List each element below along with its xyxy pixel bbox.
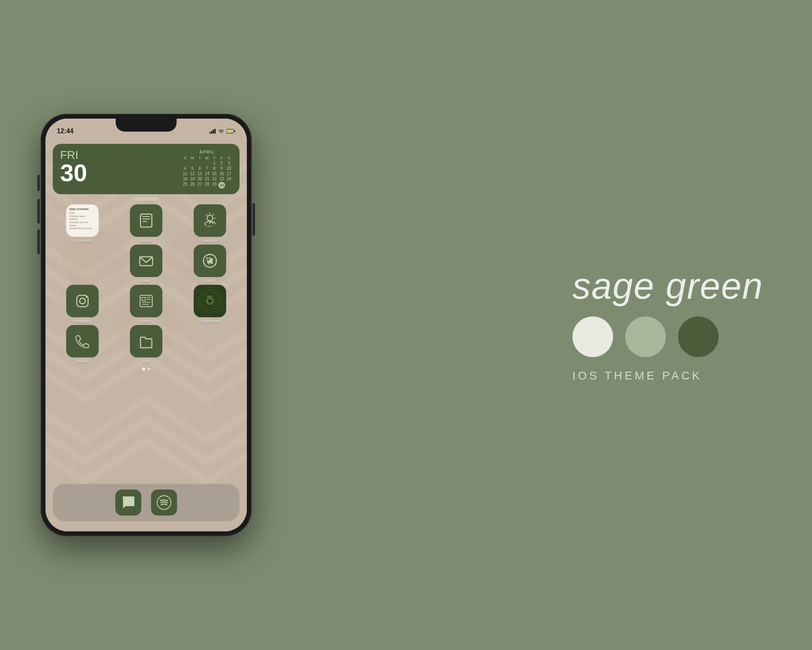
files-app[interactable]: files — [117, 325, 175, 364]
phone-frame: 12:44 — [41, 114, 252, 536]
calendar-month: APRIL — [182, 150, 232, 154]
theme-title: sage green — [572, 268, 763, 304]
app-grid-row4: phone files — [53, 325, 240, 364]
news-icon — [130, 285, 162, 317]
status-time: 12:44 — [57, 128, 73, 135]
svg-rect-11 — [140, 214, 152, 227]
svg-point-45 — [208, 299, 212, 303]
weather-label: weather — [203, 238, 218, 243]
svg-rect-22 — [206, 224, 215, 226]
signal-icon — [209, 129, 216, 134]
mail-svg — [137, 252, 155, 270]
phone-screen: 12:44 — [45, 119, 247, 531]
phone-svg — [73, 332, 91, 350]
calendar-grid: SMTWTFS 123 45678910 11121314151617 1819… — [182, 156, 232, 188]
branding-section: sage green IOS THEME PACK — [572, 268, 763, 382]
page-dot-1 — [142, 368, 145, 370]
svg-line-17 — [213, 214, 214, 215]
news-label: news — [141, 319, 151, 323]
music-widget: SZA Ctrl — [194, 285, 226, 317]
files-icon — [130, 325, 162, 358]
files-label: files — [143, 359, 150, 364]
svg-point-15 — [207, 215, 213, 221]
color-swatches — [572, 316, 719, 357]
svg-point-33 — [86, 296, 87, 298]
spotify-dock-icon[interactable] — [151, 490, 177, 516]
vinyl-record: SZA Ctrl — [196, 287, 224, 315]
widgetsmith-label: Widgetsmith — [53, 197, 240, 201]
reminder-title: daily reminder — [69, 208, 95, 210]
calendar-widget[interactable]: FRI 30 APRIL SMTWTFS 123 45678910 111213… — [53, 144, 240, 194]
phone-app[interactable]: phone — [53, 325, 112, 364]
spotify-svg — [156, 495, 172, 510]
book-svg — [137, 212, 155, 230]
news-app[interactable]: news — [117, 285, 175, 323]
weather-icon — [194, 204, 226, 237]
wifi-icon — [218, 129, 225, 134]
svg-rect-9 — [234, 130, 235, 132]
instagram-app[interactable]: instagram — [53, 285, 112, 323]
svg-point-32 — [80, 298, 85, 304]
safari-icon — [194, 245, 226, 277]
music-widget-app[interactable]: SZA Ctrl Widgetsmith — [181, 285, 240, 323]
volume-up-button — [37, 199, 40, 223]
svg-rect-34 — [140, 295, 152, 307]
app-grid-row1: daily reminder smiledrink your waterwork… — [53, 204, 240, 243]
svg-rect-35 — [142, 297, 145, 301]
safari-label: safari — [205, 279, 215, 283]
app-grid-row2: mail — [53, 245, 240, 283]
daily-reminder-widget: daily reminder smiledrink your waterwork… — [66, 204, 99, 237]
news-svg — [137, 292, 155, 310]
power-button — [253, 203, 255, 236]
phone-notch — [116, 119, 177, 132]
svg-point-30 — [209, 260, 211, 262]
page-dot-2 — [147, 368, 150, 370]
mail-app[interactable]: mail — [117, 245, 175, 283]
weather-svg — [201, 212, 219, 230]
battery-icon — [227, 129, 235, 134]
app-grid-row3: instagram — [53, 285, 240, 323]
dock — [53, 484, 240, 521]
row2-spacer — [53, 245, 112, 283]
instagram-icon — [66, 285, 99, 317]
music-label: Widgetsmith — [199, 319, 221, 323]
widgetsmith-app[interactable]: daily reminder smiledrink your waterwork… — [53, 204, 112, 243]
calendar-date: 30 — [60, 161, 87, 185]
mail-icon — [130, 245, 162, 277]
phone-icon — [66, 325, 99, 358]
volume-down-button — [37, 230, 40, 254]
instagram-svg — [73, 292, 91, 310]
pack-label: IOS THEME PACK — [572, 369, 702, 382]
svg-rect-6 — [213, 130, 214, 134]
books-icon — [130, 204, 162, 237]
messages-dock-icon[interactable] — [115, 490, 141, 516]
swatch-dark — [678, 316, 719, 357]
row4-spacer — [181, 325, 240, 364]
phone-mockup: 12:44 — [32, 114, 260, 536]
mail-label: mail — [143, 279, 150, 283]
screen-content: FRI 30 APRIL SMTWTFS 123 45678910 111213… — [45, 140, 247, 531]
swatch-mid — [625, 316, 666, 357]
svg-rect-4 — [209, 132, 211, 134]
books-app[interactable]: books — [117, 204, 175, 243]
svg-text:SZA  Ctrl: SZA Ctrl — [207, 295, 213, 297]
page-dots — [53, 368, 240, 370]
weather-app[interactable]: weather — [181, 204, 240, 243]
instagram-label: instagram — [73, 319, 91, 323]
phone-label: phone — [77, 359, 88, 364]
books-label: books — [141, 238, 152, 243]
svg-rect-5 — [211, 131, 212, 134]
messages-svg — [121, 495, 136, 510]
widgetsmith-icon-label: Widgetsmith — [71, 238, 93, 243]
svg-rect-10 — [227, 130, 232, 133]
safari-svg — [201, 252, 219, 270]
svg-rect-7 — [214, 129, 216, 134]
status-icons — [209, 129, 235, 134]
svg-line-19 — [206, 214, 207, 215]
swatch-light — [572, 316, 613, 357]
files-svg — [137, 332, 155, 350]
reminder-text: smiledrink your waterworkoutremember why… — [69, 212, 95, 230]
safari-app[interactable]: safari — [181, 245, 240, 283]
